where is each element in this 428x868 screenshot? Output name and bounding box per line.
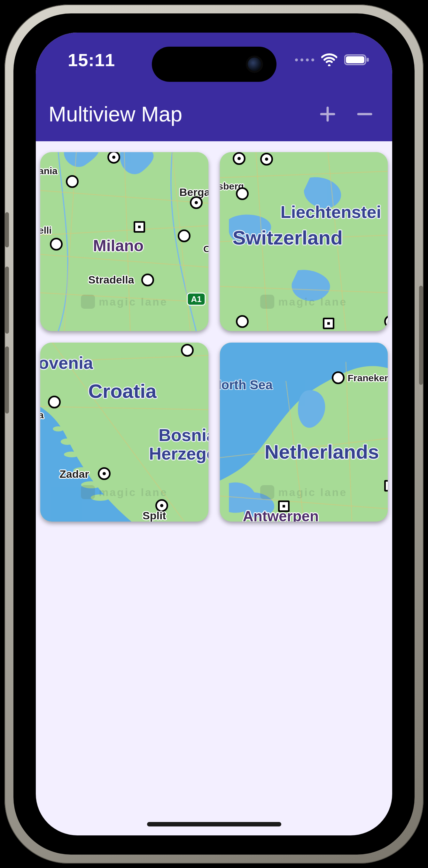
label-a: a xyxy=(40,410,44,421)
svg-point-18 xyxy=(61,438,74,445)
label-milano: Milano xyxy=(93,237,144,255)
poi xyxy=(260,153,273,165)
remove-map-button[interactable] xyxy=(357,106,373,122)
label-north-sea: Iorth Sea xyxy=(220,378,273,392)
poi xyxy=(190,196,203,209)
more-dots-icon xyxy=(295,59,314,61)
label-croatia: Croatia xyxy=(88,380,157,402)
label-liechtenstein: Liechtenstei xyxy=(281,202,381,222)
volume-mute-switch xyxy=(5,212,9,247)
label-ania: ania xyxy=(40,165,58,177)
poi xyxy=(66,175,79,188)
poi xyxy=(48,396,61,408)
watermark: magic lane xyxy=(260,485,347,499)
status-right-cluster xyxy=(295,53,370,66)
poi-capital xyxy=(384,480,388,492)
road-badge-a1: A1 xyxy=(187,293,206,306)
screen: 15:11 xyxy=(36,33,392,835)
poi xyxy=(233,152,245,165)
label-switzerland: Switzerland xyxy=(233,226,343,249)
poi xyxy=(50,238,63,251)
add-map-button[interactable] xyxy=(319,106,336,122)
phone-frame: 15:11 xyxy=(4,4,424,864)
volume-up-button xyxy=(5,267,9,334)
label-franeker: Franeker xyxy=(348,373,388,383)
svg-rect-2 xyxy=(367,58,369,62)
label-elli: elli xyxy=(40,225,52,236)
label-netherlands: Netherlands xyxy=(265,440,379,463)
label-stradella: Stradella xyxy=(88,274,134,286)
home-indicator[interactable] xyxy=(147,822,281,827)
app-bar-actions xyxy=(319,106,373,122)
page-title: Multiview Map xyxy=(49,102,319,126)
svg-point-23 xyxy=(53,426,64,431)
poi xyxy=(141,274,154,286)
poi-capital xyxy=(133,221,145,232)
svg-rect-1 xyxy=(346,56,364,63)
watermark: magic lane xyxy=(81,294,168,309)
label-antwerpen: Antwerpen xyxy=(243,507,319,522)
label-split: Split xyxy=(143,509,166,522)
poi-capital xyxy=(323,318,334,329)
label-bosnia1: Bosnia xyxy=(158,425,208,445)
label-bosnia2: Herzego xyxy=(149,443,208,463)
map-tile-switzerland[interactable]: sberg Liechtenstei Switzerland magic lan… xyxy=(220,152,388,331)
watermark: magic lane xyxy=(260,294,347,309)
poi xyxy=(181,344,194,356)
svg-point-19 xyxy=(64,452,80,457)
map-grid: ania Bergai elli Milano Or Stradella A1 … xyxy=(36,148,392,835)
app-bar: Multiview Map xyxy=(36,87,392,141)
label-or: Or xyxy=(203,244,208,254)
poi xyxy=(178,229,190,242)
poi xyxy=(332,371,344,384)
power-button xyxy=(419,286,423,385)
map-tile-netherlands[interactable]: Iorth Sea Franeker Netherlands Antwerpen… xyxy=(220,343,388,522)
poi xyxy=(98,467,111,480)
volume-down-button xyxy=(5,346,9,413)
dynamic-island xyxy=(152,46,276,82)
map-tile-milano[interactable]: ania Bergai elli Milano Or Stradella A1 … xyxy=(40,152,208,331)
map-tile-croatia[interactable]: ovenia Croatia a Bosnia Herzego Zadar Sp… xyxy=(40,343,208,522)
phone-bezel: 15:11 xyxy=(13,13,415,855)
label-zadar: Zadar xyxy=(59,468,89,480)
status-time: 15:11 xyxy=(68,50,115,70)
front-camera-icon xyxy=(248,58,261,71)
wifi-icon xyxy=(321,53,337,66)
poi xyxy=(236,315,249,328)
poi xyxy=(236,187,249,200)
battery-icon xyxy=(344,54,370,66)
watermark: magic lane xyxy=(81,485,168,499)
label-slovenia: ovenia xyxy=(40,353,93,373)
